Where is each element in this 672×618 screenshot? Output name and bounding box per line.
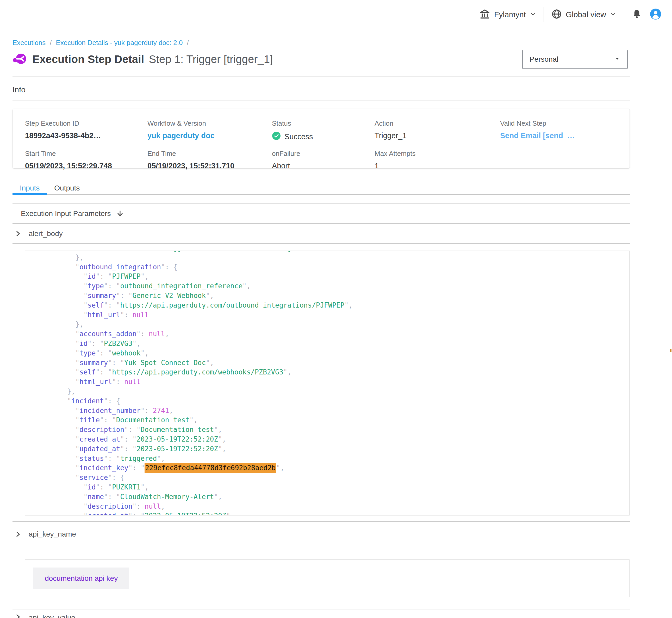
divider — [12, 243, 630, 244]
info-card: Step Execution ID 18992a43-9538-4b2… Wor… — [12, 109, 630, 169]
scope-select-value: Personal — [529, 55, 559, 64]
tab-bar: Inputs Outputs — [12, 182, 630, 195]
bank-icon — [479, 8, 491, 21]
info-field-start-time: Start Time 05/19/2023, 15:52:29.748 — [25, 149, 148, 170]
param-row-api-key-value[interactable]: api_key_value — [12, 609, 630, 618]
breadcrumb-separator: / — [187, 39, 188, 47]
topbar-divider — [543, 7, 544, 22]
info-field-onfailure: onFailure Abort — [272, 149, 374, 170]
breadcrumb-executions[interactable]: Executions — [12, 39, 46, 47]
globe-icon — [551, 9, 562, 20]
bell-icon[interactable] — [632, 9, 642, 20]
chevron-right-icon — [15, 531, 21, 538]
api-key-name-chip: documentation api key — [33, 568, 129, 589]
alert-body-json-viewer[interactable]: "events": ["incident.triggered", "incide… — [25, 250, 629, 515]
org-menu[interactable]: Fylamynt — [479, 8, 536, 21]
next-step-link[interactable]: Send Email [send_… — [500, 131, 629, 140]
caret-down-icon — [614, 55, 621, 64]
info-heading: Info — [12, 85, 630, 95]
param-row-api-key-name[interactable]: api_key_name — [12, 522, 630, 547]
param-label: api_key_name — [29, 530, 76, 538]
scope-select[interactable]: Personal — [522, 50, 628, 69]
chevron-right-icon — [15, 230, 21, 237]
page-subtitle: Step 1: Trigger [trigger_1] — [149, 53, 273, 66]
divider — [12, 100, 630, 100]
status-badge: Success — [284, 132, 313, 141]
view-menu[interactable]: Global view — [551, 9, 616, 20]
param-row-alert-body[interactable]: alert_body — [12, 224, 630, 243]
top-bar: Fylamynt Global view — [0, 0, 672, 29]
workflow-logo-icon — [12, 52, 26, 67]
divider — [12, 547, 630, 547]
breadcrumb-execution-details[interactable]: Execution Details - yuk pagerduty doc: 2… — [56, 39, 183, 47]
tab-outputs[interactable]: Outputs — [47, 182, 87, 194]
workflow-link[interactable]: yuk pagerduty doc — [148, 131, 272, 140]
success-check-icon — [272, 131, 281, 142]
info-field-max-attempts: Max Attempts 1 — [374, 149, 500, 170]
page-header: Execution Step Detail Step 1: Trigger [t… — [12, 51, 630, 67]
scrollbar-match-marker — [670, 349, 671, 352]
info-field-status: Status Success — [272, 119, 374, 142]
divider — [12, 77, 630, 77]
info-field-workflow-version: Workflow & Version yuk pagerduty doc — [148, 119, 272, 142]
tab-inputs[interactable]: Inputs — [12, 182, 47, 194]
chevron-down-icon — [610, 11, 616, 18]
download-arrow-icon[interactable] — [116, 210, 124, 217]
chevron-right-icon — [15, 614, 21, 618]
api-key-name-value-panel: documentation api key — [25, 559, 629, 597]
info-field-valid-next-step: Valid Next Step Send Email [send_… — [500, 119, 629, 142]
param-label: alert_body — [29, 229, 63, 238]
breadcrumb-separator: / — [50, 39, 52, 47]
page-title: Execution Step Detail — [32, 53, 144, 66]
param-label: api_key_value — [29, 614, 75, 618]
info-field-action: Action Trigger_1 — [374, 119, 500, 142]
view-label: Global view — [566, 10, 606, 19]
execution-input-parameters-header: Execution Input Parameters — [12, 204, 630, 223]
topbar-divider — [624, 7, 624, 22]
section-title: Execution Input Parameters — [21, 209, 111, 218]
breadcrumb: Executions / Execution Details - yuk pag… — [12, 38, 630, 47]
avatar[interactable] — [650, 8, 662, 21]
org-label: Fylamynt — [494, 10, 526, 19]
json-code: "events": ["incident.triggered", "incide… — [25, 250, 629, 515]
info-field-step-execution-id: Step Execution ID 18992a43-9538-4b2… — [25, 119, 148, 142]
chevron-down-icon — [529, 11, 536, 18]
info-field-end-time: End Time 05/19/2023, 15:52:31.710 — [148, 149, 272, 170]
